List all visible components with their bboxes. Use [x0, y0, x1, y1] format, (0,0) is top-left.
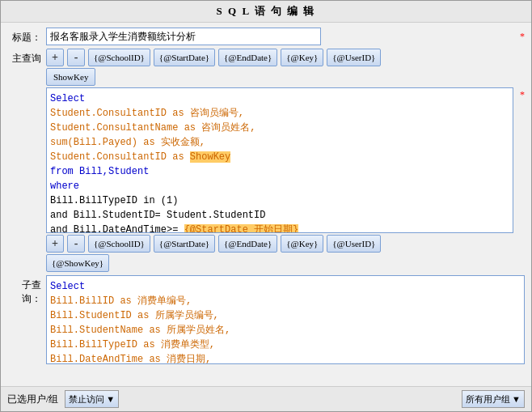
sql-from-1: from Bill,Student: [50, 166, 149, 177]
sql-where-1: where: [50, 181, 79, 192]
all-groups-arrow: ▼: [512, 394, 521, 404]
sql-sub-field-2: Bill.StudentID as 所属学员编号,: [50, 310, 219, 321]
tag-schoolid-2[interactable]: {@SchoolID}: [88, 235, 150, 253]
title-required: *: [520, 28, 525, 43]
sub-sql-container: Select Bill.BillID as 消费单编号, Bill.Studen…: [46, 275, 525, 364]
sql-field-1: Student.ConsultantID as 咨询员编号,: [50, 108, 244, 119]
user-action-dropdown[interactable]: 禁止访问 ▼: [65, 390, 119, 408]
main-add-button-2[interactable]: +: [46, 235, 64, 253]
main-btn-row1: + - {@SchoolID} {@StartDate} {@EndDate} …: [46, 49, 525, 66]
main-query-section: + - {@SchoolID} {@StartDate} {@EndDate} …: [46, 49, 525, 272]
main-btn-row2: ShowKey: [46, 68, 525, 86]
main-sql-required: *: [520, 87, 525, 233]
tag-schoolid-1[interactable]: {@SchoolID}: [88, 49, 150, 66]
user-group-label: 已选用户/组: [7, 393, 58, 406]
sub-query-label: 子查询：: [7, 275, 41, 306]
sub-query-section: Select Bill.BillID as 消费单编号, Bill.Studen…: [46, 275, 525, 364]
main-sql-area[interactable]: Select Student.ConsultantID as 咨询员编号, St…: [46, 87, 513, 233]
main-btn-row4: {@ShowKey}: [46, 254, 525, 272]
title-row: 标题： *: [7, 28, 525, 45]
tag-key-2[interactable]: {@Key}: [281, 235, 323, 253]
tag-startdate-1[interactable]: {@StartDate}: [154, 49, 215, 66]
sub-sql-area[interactable]: Select Bill.BillID as 消费单编号, Bill.Studen…: [46, 275, 525, 364]
tag-userid-2[interactable]: {@UserID}: [327, 235, 381, 253]
sql-field-4: Student.ConsultantID as: [50, 151, 190, 163]
main-remove-button-2[interactable]: -: [67, 235, 85, 253]
sql-sub-field-1: Bill.BillID as 消费单编号,: [50, 295, 192, 307]
main-remove-button[interactable]: -: [67, 49, 85, 66]
sql-cond-1: Bill.BillTypeID in (1): [50, 195, 178, 206]
title-input[interactable]: [46, 28, 321, 45]
user-action-label: 禁止访问: [69, 393, 104, 406]
main-query-row: 主查询 + - {@SchoolID} {@StartDate} {@EndDa…: [7, 49, 525, 272]
sql-cond-2: and Bill.StudentID= Student.StudentID: [50, 210, 265, 221]
sql-sub-field-3: Bill.StudentName as 所属学员姓名,: [50, 325, 230, 336]
tag-userid-1[interactable]: {@UserID}: [327, 49, 381, 66]
sql-cond-3: and Bill.DateAndTime>=: [50, 224, 184, 233]
window-title: S Q L 语 句 编 辑: [217, 5, 316, 17]
all-groups-dropdown[interactable]: 所有用户组 ▼: [462, 390, 525, 408]
sql-select-2: Select: [50, 281, 85, 292]
user-action-arrow: ▼: [106, 394, 115, 404]
sub-query-row: 子查询： Select Bill.BillID as 消费单编号, Bill.S…: [7, 275, 525, 364]
bottom-bar: 已选用户/组 禁止访问 ▼ 所有用户组 ▼: [1, 386, 531, 411]
tag-enddate-1[interactable]: {@EndDate}: [218, 49, 277, 66]
showkey-button[interactable]: ShowKey: [46, 68, 95, 86]
sql-field-2: Student.ConsultantName as 咨询员姓名,: [50, 122, 255, 134]
main-window: S Q L 语 句 编 辑 标题： * 主查询 + - {@SchoolID} …: [0, 0, 532, 412]
main-sql-container: Select Student.ConsultantID as 咨询员编号, St…: [46, 87, 525, 233]
tag-showkey-2[interactable]: {@ShowKey}: [46, 254, 109, 272]
sql-showkey-highlight: ShowKey: [190, 151, 230, 163]
all-groups-label: 所有用户组: [466, 393, 510, 406]
tag-startdate-2[interactable]: {@StartDate}: [154, 235, 215, 253]
main-query-label: 主查询: [7, 49, 41, 66]
sql-field-3: sum(Bill.Payed) as 实收金额,: [50, 137, 205, 148]
tag-enddate-2[interactable]: {@EndDate}: [218, 235, 277, 253]
title-bar: S Q L 语 句 编 辑: [1, 1, 531, 23]
main-add-button[interactable]: +: [46, 49, 64, 66]
sql-startdate-highlight: {@StartDate 开始日期}: [184, 224, 299, 233]
sql-select-1: Select: [50, 93, 85, 104]
title-label: 标题：: [7, 28, 41, 45]
tag-key-1[interactable]: {@Key}: [281, 49, 323, 66]
sql-sub-field-4: Bill.BillTypeID as 消费单类型,: [50, 339, 215, 350]
main-btn-row3: + - {@SchoolID} {@StartDate} {@EndDate} …: [46, 235, 525, 253]
title-field-area: [46, 28, 512, 45]
sql-sub-field-5: Bill.DateAndTime as 消费日期,: [50, 354, 211, 364]
